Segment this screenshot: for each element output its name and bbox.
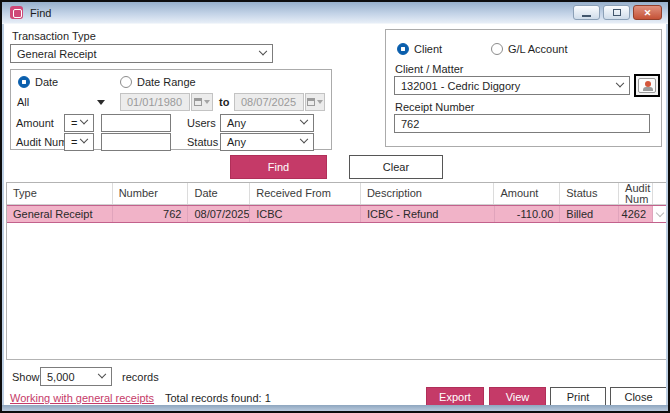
cell-status: Billed	[560, 206, 619, 222]
date-to-field: 08/07/2025	[234, 93, 304, 111]
cell-description: ICBC - Refund	[361, 206, 495, 222]
calendar-icon	[307, 98, 315, 106]
date-from-field: 01/01/1980	[120, 93, 190, 111]
chevron-down-icon	[97, 100, 105, 105]
chevron-down-icon	[80, 135, 88, 143]
cell-number: 762	[113, 206, 189, 222]
chevron-down-icon	[98, 369, 106, 377]
close-icon: ✕	[644, 8, 652, 18]
row-options-button[interactable]	[653, 206, 667, 222]
export-button[interactable]: Export	[426, 387, 484, 407]
close-button[interactable]: Close	[610, 387, 667, 407]
titlebar[interactable]: Find ✕	[2, 2, 668, 24]
cell-type: General Receipt	[7, 206, 113, 222]
date-range-radio[interactable]	[120, 76, 132, 88]
maximize-button[interactable]	[603, 5, 630, 20]
status-label: Status	[187, 136, 218, 148]
chevron-down-icon	[616, 78, 624, 86]
client-radio[interactable]	[397, 43, 409, 55]
date-preset-value: All	[17, 96, 29, 108]
chevron-down-icon	[80, 116, 88, 124]
gl-account-radio[interactable]	[491, 43, 503, 55]
client-matter-label: Client / Matter	[395, 63, 463, 75]
total-records-text: Total records found: 1	[165, 392, 271, 404]
cell-audit-num: 4262	[619, 206, 653, 222]
transaction-type-select[interactable]: General Receipt	[10, 44, 273, 63]
column-header-spacer	[653, 183, 667, 204]
client-matter-select[interactable]: 132001 - Cedric Diggory	[394, 76, 630, 95]
contact-icon	[638, 78, 656, 93]
date-range-radio-label: Date Range	[137, 76, 196, 88]
maximize-icon	[613, 9, 621, 16]
amount-input[interactable]	[101, 114, 171, 132]
cell-received-from: ICBC	[250, 206, 361, 222]
chevron-down-icon	[300, 116, 308, 124]
amount-label: Amount	[16, 117, 54, 129]
receipt-number-label: Receipt Number	[395, 101, 474, 113]
client-radio-label: Client	[414, 43, 442, 55]
find-button[interactable]: Find	[230, 155, 327, 179]
chevron-down-icon	[317, 100, 323, 104]
close-window-button[interactable]: ✕	[633, 5, 662, 20]
column-header-amount[interactable]: Amount	[494, 183, 560, 204]
column-header-date[interactable]: Date	[188, 183, 250, 204]
column-header-type[interactable]: Type	[7, 183, 113, 204]
chevron-down-icon	[656, 208, 664, 216]
audit-num-input[interactable]	[101, 133, 171, 151]
column-header-received-from[interactable]: Received From	[250, 183, 361, 204]
client-lookup-button[interactable]	[634, 74, 660, 97]
column-header-description[interactable]: Description	[361, 183, 495, 204]
date-preset-select[interactable]: All	[16, 93, 112, 111]
view-button[interactable]: View	[489, 387, 546, 407]
records-label: records	[122, 371, 159, 383]
cell-date: 08/07/2025	[188, 206, 250, 222]
transaction-type-value: General Receipt	[17, 48, 97, 60]
receipt-number-input[interactable]: 762	[394, 114, 650, 133]
show-label: Show	[12, 371, 40, 383]
to-label: to	[219, 96, 229, 108]
audit-operator-select[interactable]: =	[64, 133, 94, 151]
column-header-audit-num[interactable]: Audit Num	[619, 183, 653, 204]
window-title: Find	[30, 7, 51, 19]
results-table: Type Number Date Received From Descripti…	[6, 182, 668, 360]
date-radio-label: Date	[35, 76, 58, 88]
table-row[interactable]: General Receipt 762 08/07/2025 ICBC ICBC…	[7, 205, 667, 223]
status-select[interactable]: Any	[220, 133, 314, 151]
chevron-down-icon	[259, 46, 267, 54]
gl-account-radio-label: G/L Account	[508, 43, 568, 55]
date-from-calendar-button	[191, 93, 213, 111]
window-frame-bottom	[2, 405, 668, 411]
cell-amount: -110.00	[495, 206, 561, 222]
clear-button[interactable]: Clear	[349, 155, 443, 179]
app-icon	[10, 6, 23, 19]
print-button[interactable]: Print	[550, 387, 606, 407]
date-radio[interactable]	[18, 76, 30, 88]
help-link[interactable]: Working with general receipts	[10, 392, 154, 404]
users-select[interactable]: Any	[220, 114, 314, 132]
amount-operator-select[interactable]: =	[64, 114, 94, 132]
audit-num-label: Audit Num	[16, 136, 67, 148]
table-header: Type Number Date Received From Descripti…	[7, 183, 667, 205]
users-label: Users	[187, 117, 216, 129]
minimize-button[interactable]	[573, 5, 600, 20]
column-header-number[interactable]: Number	[113, 183, 189, 204]
transaction-type-label: Transaction Type	[12, 30, 96, 42]
minimize-icon	[582, 15, 591, 17]
chevron-down-icon	[300, 135, 308, 143]
show-records-select[interactable]: 5,000	[40, 367, 112, 386]
column-header-status[interactable]: Status	[560, 183, 619, 204]
window-frame-right	[666, 2, 668, 411]
calendar-icon	[194, 98, 202, 106]
window-frame-left	[2, 2, 4, 411]
date-to-calendar-button	[305, 93, 325, 111]
chevron-down-icon	[204, 100, 210, 104]
find-dialog: Find ✕ Transaction Type General Receipt …	[0, 0, 670, 413]
